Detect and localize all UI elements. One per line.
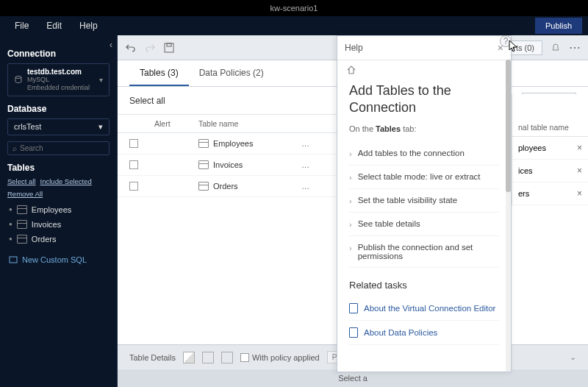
row-name: Orders xyxy=(213,182,238,191)
sidebar-item-label: Orders xyxy=(32,235,57,244)
table-details-label: Table Details xyxy=(129,353,176,362)
orig-name: ployees xyxy=(518,143,546,152)
chevron-right-icon: › xyxy=(349,149,352,158)
bell-icon[interactable] xyxy=(550,42,562,54)
menu-help[interactable]: Help xyxy=(71,18,107,34)
sidebar-item-employees[interactable]: ●Employees xyxy=(7,202,110,217)
sidebar-item-orders[interactable]: ●Orders xyxy=(7,232,110,246)
help-link-label: About the Virtual Connection Editor xyxy=(364,304,495,313)
document-icon xyxy=(349,327,358,338)
remove-row-icon[interactable]: × xyxy=(577,188,582,199)
table-icon xyxy=(17,220,27,229)
left-sidebar: ‹ Connection testdb.test.com MySQL Embed… xyxy=(0,35,118,387)
table-icon xyxy=(17,235,27,244)
tables-label: Tables xyxy=(7,163,110,173)
scrollbar-thumb[interactable] xyxy=(506,60,511,192)
row-menu-icon[interactable]: … xyxy=(301,139,341,148)
select-all-link[interactable]: Select all xyxy=(7,177,36,185)
include-selected-link[interactable]: Include Selected xyxy=(40,177,92,185)
help-item[interactable]: ›Set the table visibility state xyxy=(349,189,499,213)
chevron-right-icon: › xyxy=(349,196,352,205)
svg-rect-1 xyxy=(10,257,17,263)
help-link[interactable]: About the Virtual Connection Editor xyxy=(349,297,499,321)
connection-name: testdb.test.com xyxy=(27,68,95,76)
help-item[interactable]: ›See table details xyxy=(349,213,499,236)
table-icon xyxy=(198,160,209,169)
help-link-label: About Data Policies xyxy=(364,328,437,337)
sidebar-item-label: Invoices xyxy=(32,220,61,229)
menu-file[interactable]: File xyxy=(6,18,37,34)
help-subtitle: On the Tables tab: xyxy=(349,124,499,133)
new-custom-sql[interactable]: New Custom SQL xyxy=(7,252,110,267)
select-all-label: Select all xyxy=(129,96,165,106)
help-item[interactable]: ›Select table mode: live or extract xyxy=(349,166,499,189)
row-name: Employees xyxy=(213,139,253,148)
help-item[interactable]: ›Add tables to the connection xyxy=(349,142,499,166)
more-icon[interactable]: ⋯ xyxy=(569,42,581,54)
redo-icon xyxy=(144,42,156,54)
orig-name: ices xyxy=(518,166,533,175)
chevron-down-icon: ▾ xyxy=(98,122,103,132)
sidebar-item-invoices[interactable]: ●Invoices xyxy=(7,217,110,232)
tab-tables[interactable]: Tables (3) xyxy=(129,60,189,86)
table-icon xyxy=(198,139,209,148)
related-tasks-label: Related tasks xyxy=(349,280,499,291)
help-icon[interactable]: ? xyxy=(500,35,512,47)
connection-type: MySQL xyxy=(27,76,95,84)
orig-name-column: nal table name ployees× ices× ers× xyxy=(512,94,588,205)
view-icon-1[interactable] xyxy=(183,352,195,363)
row-checkbox[interactable] xyxy=(129,160,138,169)
remove-row-icon[interactable]: × xyxy=(577,166,582,176)
database-icon xyxy=(14,75,23,84)
document-icon xyxy=(349,303,358,313)
orig-name: ers xyxy=(518,189,529,198)
search-input[interactable] xyxy=(20,144,104,152)
remove-row-icon[interactable]: × xyxy=(577,143,582,153)
scrollbar[interactable] xyxy=(506,60,511,372)
chevron-down-icon: ▾ xyxy=(99,76,103,84)
undo-icon[interactable] xyxy=(125,42,137,54)
custom-sql-label: New Custom SQL xyxy=(22,255,87,264)
policy-label: With policy applied xyxy=(252,353,320,362)
row-menu-icon[interactable]: … xyxy=(301,160,341,169)
database-selector[interactable]: crlsTest ▾ xyxy=(7,118,110,135)
connection-label: Connection xyxy=(7,49,110,59)
menu-edit[interactable]: Edit xyxy=(37,18,71,34)
row-checkbox[interactable] xyxy=(129,182,138,191)
home-icon[interactable] xyxy=(337,60,511,79)
database-value: crlsTest xyxy=(14,122,41,131)
chevron-right-icon: › xyxy=(349,244,352,252)
sidebar-item-label: Employees xyxy=(32,205,71,214)
help-item[interactable]: ›Publish the connection and set permissi… xyxy=(349,236,499,268)
table-icon xyxy=(17,205,27,214)
view-icon-3[interactable] xyxy=(221,352,233,363)
col-alert: Alert xyxy=(154,119,198,128)
help-panel: Help × Add Tables to the Connection On t… xyxy=(337,35,512,372)
row-checkbox[interactable] xyxy=(129,139,138,148)
remove-all-link[interactable]: Remove All xyxy=(7,190,43,198)
policy-checkbox[interactable]: With policy applied xyxy=(240,353,320,362)
connection-selector[interactable]: testdb.test.com MySQL Embedded credentia… xyxy=(7,63,110,96)
save-icon[interactable] xyxy=(163,42,175,54)
svg-point-0 xyxy=(15,77,21,79)
col-name: Table name xyxy=(198,119,301,128)
help-title: Add Tables to the Connection xyxy=(349,82,499,117)
row-menu-icon[interactable]: … xyxy=(301,182,341,191)
chevron-right-icon: › xyxy=(349,220,352,229)
publish-button[interactable]: Publish xyxy=(535,18,582,34)
row-name: Invoices xyxy=(213,160,243,169)
search-box[interactable]: ⌕ xyxy=(7,141,110,155)
expand-icon[interactable]: ⌄ xyxy=(570,352,576,362)
help-item-label: Set the table visibility state xyxy=(358,196,458,205)
help-link[interactable]: About Data Policies xyxy=(349,321,499,345)
col-orig-name: nal table name xyxy=(512,118,588,137)
menu-bar: File Edit Help Publish xyxy=(0,16,588,35)
table-actions: Select all Include Selected Remove All xyxy=(7,177,110,198)
svg-rect-3 xyxy=(167,43,171,46)
view-icon-2[interactable] xyxy=(202,352,214,363)
help-item-label: Publish the connection and set permissio… xyxy=(358,243,499,260)
tab-data-policies[interactable]: Data Policies (2) xyxy=(189,60,274,86)
search-icon: ⌕ xyxy=(12,144,17,152)
help-item-label: Select table mode: live or extract xyxy=(358,172,481,181)
collapse-sidebar-icon[interactable]: ‹ xyxy=(110,40,112,50)
